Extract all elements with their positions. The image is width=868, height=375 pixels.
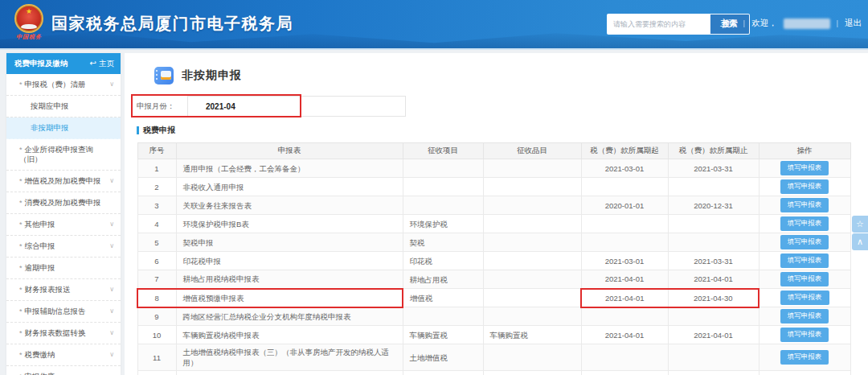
chevron-down-icon: ∨ [109, 328, 114, 338]
column-header: 序号 [137, 143, 176, 159]
cell-no: 5 [137, 233, 176, 252]
sidebar-item[interactable]: *消费税及附加税费申报 [6, 192, 121, 214]
sidebar-item[interactable]: 非按期申报 [6, 117, 121, 139]
sidebar-item[interactable]: 按期应申报 [6, 96, 121, 117]
nav-separator: | [743, 19, 745, 27]
cell-end [668, 233, 759, 252]
scroll-top-button[interactable]: ∧ [852, 233, 868, 250]
month-input-value: 2021-04 [206, 102, 235, 111]
column-header: 税（费）款所属期起 [581, 143, 668, 159]
home-link[interactable]: 主页 [720, 18, 737, 29]
table-row: 10车辆购置税纳税申报表车辆购置税车辆购置税2021-04-012021-04-… [137, 326, 850, 344]
cell-subitem: 非普通住宅（尾盘） [483, 371, 581, 375]
cell-end [668, 371, 759, 375]
sidebar-item[interactable]: *税费缴纳∨ [6, 344, 121, 366]
cell-end [668, 307, 759, 326]
logo-caption: 中国税务 [11, 33, 47, 40]
sidebar-item[interactable]: *申报税（费）清册∨ [6, 74, 121, 96]
sidebar-home-link[interactable]: ↩ 主页 [90, 59, 114, 69]
sidebar-item[interactable]: *综合申报∨ [6, 236, 121, 258]
national-emblem-icon [14, 4, 43, 33]
favorite-star-button[interactable]: ☆ [852, 216, 868, 233]
sidebar-item[interactable]: *申报辅助信息报告∨ [6, 301, 121, 323]
nav-separator: | [837, 19, 838, 27]
fill-report-button[interactable]: 填写申报表 [780, 253, 829, 268]
bullet-icon: * [19, 242, 23, 250]
fill-report-button[interactable]: 填写申报表 [780, 179, 829, 194]
fill-report-button[interactable]: 填写申报表 [780, 216, 829, 231]
sidebar-item[interactable]: *财务报表数据转换∨ [6, 323, 121, 344]
cell-subitem [483, 196, 581, 215]
cell-action: 填写申报表 [759, 233, 850, 252]
table-row: 11土地增值税纳税申报表（三）（非从事房地产开发的纳税人适用）土地增值税填写申报… [137, 344, 850, 371]
main-panel: 非按期申报 申报月份： 2021-04 税费申报 序号申报表征收项目征收品目税（… [125, 53, 868, 375]
cell-item [403, 307, 483, 326]
cell-action: 填写申报表 [759, 178, 850, 196]
cell-end [668, 178, 759, 196]
fill-report-button[interactable]: 填写申报表 [780, 328, 829, 342]
cell-item: 土地增值税 [403, 344, 483, 371]
cell-name: 印花税申报 [176, 252, 403, 270]
cell-start: 2021-04-01 [581, 289, 668, 307]
fill-report-button[interactable]: 填写申报表 [780, 198, 829, 212]
cell-item: 环境保护税 [403, 215, 483, 233]
cell-subitem: 车辆购置税 [483, 326, 581, 344]
sidebar-item[interactable]: *其他申报∨ [6, 214, 121, 236]
cell-name: 车辆购置税纳税申报表 [176, 326, 403, 344]
cell-start: 2021-04-01 [581, 326, 668, 344]
bullet-icon: * [19, 351, 23, 359]
cell-name: 增值税预缴申报表 [176, 289, 403, 307]
month-filter-label: 申报月份： [137, 101, 187, 112]
cell-end: 2021-03-31 [668, 159, 759, 178]
cell-end: 2021-03-31 [668, 252, 759, 270]
welcome-text: 欢迎， [751, 18, 777, 29]
table-row: 1通用申报（工会经费，工会筹备金）2021-03-012021-03-31填写申… [137, 159, 850, 178]
bullet-icon: * [19, 286, 23, 294]
sidebar-header-title: 税费申报及缴纳 [14, 59, 68, 69]
fill-report-button[interactable]: 填写申报表 [780, 350, 829, 365]
username-blurred [784, 19, 830, 29]
sidebar-item[interactable]: *增值税及附加税费申报∨ [6, 171, 121, 192]
sidebar-item[interactable]: *逾期申报 [6, 258, 121, 279]
column-header: 操作 [759, 143, 850, 159]
cell-action: 填写申报表 [759, 289, 850, 307]
cell-name: 契税申报 [176, 233, 403, 252]
cell-name: 非税收入通用申报 [176, 178, 403, 196]
sidebar-item[interactable]: *企业所得税申报查询（旧） [6, 139, 121, 171]
sidebar-item[interactable]: *财务报表报送∨ [6, 279, 121, 301]
cell-name: 土地增值税纳税申报表（三）（非从事房地产开发的纳税人适用） [176, 344, 403, 371]
fill-report-button[interactable]: 填写申报表 [780, 235, 829, 249]
bullet-icon: * [19, 264, 23, 272]
fill-report-button[interactable]: 填写申报表 [780, 272, 829, 286]
cell-action: 填写申报表 [759, 344, 850, 371]
fill-report-button[interactable]: 填写申报表 [780, 291, 829, 305]
logout-link[interactable]: 退出 [845, 18, 862, 29]
fill-report-button[interactable]: 填写申报表 [780, 161, 829, 175]
cell-action: 填写申报表 [759, 252, 850, 270]
cell-start [581, 233, 668, 252]
back-arrow-icon: ↩ [90, 60, 96, 68]
cell-start: 2021-04-01 [581, 270, 668, 289]
search-input[interactable] [607, 14, 710, 35]
sidebar-item-label: 消费税及附加税费申报 [25, 198, 101, 207]
sidebar-item[interactable]: *申报作废 [6, 366, 121, 375]
sidebar-item-label: 企业所得税申报查询（旧） [19, 145, 93, 163]
cell-action: 填写申报表 [759, 270, 850, 289]
cell-action: 填写申报表 [759, 196, 850, 215]
cell-no: 12 [137, 371, 176, 375]
sidebar-item-label: 财务报表报送 [25, 285, 71, 294]
fill-report-button[interactable]: 填写申报表 [780, 309, 829, 323]
table-row: 9跨地区经营汇总纳税企业分支机构年度纳税申报表填写申报表 [137, 307, 850, 326]
sidebar-item-label: 申报作废 [25, 372, 55, 375]
month-input[interactable]: 2021-04 [187, 96, 406, 117]
table-row: 12土地增值税纳税申报表（四）（从事房地产开发的纳税人清算后尾盘销售适用）土地增… [137, 371, 850, 375]
sidebar-header: 税费申报及缴纳 ↩ 主页 [6, 53, 121, 74]
column-header: 征收项目 [403, 143, 483, 159]
cell-action: 填写申报表 [759, 215, 850, 233]
cell-item: 印花税 [403, 252, 483, 270]
chevron-down-icon: ∨ [109, 176, 114, 186]
cell-end: 2021-04-01 [668, 270, 759, 289]
cell-no: 4 [137, 215, 176, 233]
bullet-icon: * [19, 307, 23, 315]
cell-subitem [483, 252, 581, 270]
